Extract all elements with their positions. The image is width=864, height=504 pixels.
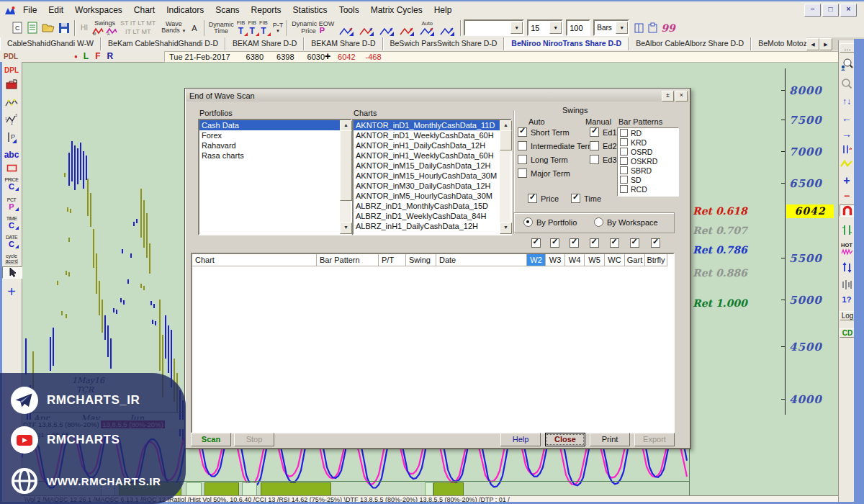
menu-item-scans[interactable]: Scans (210, 3, 245, 17)
checkbox[interactable] (518, 168, 527, 178)
checkbox[interactable] (518, 141, 527, 150)
column-header-swing[interactable]: Swing (406, 254, 436, 266)
checkbox[interactable] (528, 194, 537, 203)
price-option-checkbox[interactable]: Price (528, 194, 559, 203)
portfolio-item[interactable]: Forex (199, 130, 340, 140)
bar-pattern-item[interactable]: OSKRD (618, 156, 678, 166)
bar-pattern-item[interactable]: OSRD (618, 147, 678, 156)
hi-button[interactable]: HI (81, 24, 88, 31)
flag-r-button[interactable]: R (107, 51, 114, 61)
quotes-icon[interactable]: 99 (661, 22, 675, 34)
column-header-w4[interactable]: W4 (565, 254, 585, 266)
chevron-down-icon[interactable]: ▼ (510, 22, 523, 34)
pct-study-button[interactable]: PCTP (2, 197, 21, 211)
hot-button[interactable]: HOT (840, 242, 854, 255)
scroll-down-icon[interactable]: ▼ (340, 222, 352, 234)
portfolios-scrollbar[interactable]: ▲ ▼ (340, 120, 351, 234)
menu-item-chart[interactable]: Chart (128, 3, 161, 17)
fib-time-button-2[interactable]: FIBT (248, 19, 256, 36)
eow-zigzag-up-icon[interactable] (359, 27, 374, 36)
portfolio-item[interactable]: Rasa charts (199, 150, 340, 161)
crosshair-plus-button[interactable]: + (2, 284, 21, 300)
chart-tab-2[interactable]: BEKAM Share D-D (225, 37, 304, 50)
wave-123-icon[interactable]: 123 (2, 114, 21, 125)
eow-zigzag-peak-icon[interactable] (379, 27, 394, 36)
portfolios-listbox[interactable]: Cash DataForexRahavardRasa charts ▲ ▼ (198, 119, 352, 235)
column-header-btrfly[interactable]: Btrfly (645, 254, 667, 266)
restore-button[interactable]: □ (822, 4, 839, 17)
help-button[interactable]: Help (500, 433, 541, 446)
eow-fork-icon[interactable] (440, 27, 454, 36)
pan-left-button[interactable]: ← (840, 112, 854, 124)
compress-bars-icon[interactable] (840, 279, 854, 290)
price-axis-line[interactable] (785, 68, 786, 415)
dynamic-time-button[interactable]: Dynamic Time (209, 22, 234, 35)
pt-dropdown-button[interactable]: P-T ▼ (273, 22, 284, 33)
minimize-button[interactable]: – (804, 4, 821, 17)
checkbox[interactable] (620, 148, 628, 156)
scan-button[interactable]: Scan (191, 433, 231, 446)
workspace-doc-icon[interactable] (27, 22, 39, 34)
manual-term-1[interactable]: Ed1 (590, 127, 617, 137)
dpl-button[interactable]: DPL (2, 66, 21, 74)
auto-a-button[interactable]: A (192, 24, 197, 32)
dialog-close-icon[interactable]: × (675, 91, 688, 102)
eow-zigzag-down-icon[interactable] (339, 27, 354, 36)
checkbox[interactable] (518, 127, 527, 137)
chart-item[interactable]: AKNTOR_inH1_WeeklyCashData_60H (354, 150, 500, 161)
properties-dots-button[interactable]: … (840, 43, 855, 53)
menu-item-edit[interactable]: Edit (42, 3, 69, 17)
zoom-user-icon[interactable] (840, 58, 854, 71)
checkbox[interactable] (620, 176, 628, 184)
column-header-w3[interactable]: W3 (546, 254, 565, 266)
zigzag-highlight-icon[interactable] (840, 160, 854, 168)
scope-option-by-portfolio[interactable]: By Portfolio (523, 217, 577, 227)
log-scale-button[interactable]: Log (840, 311, 855, 320)
save-icon[interactable] (58, 22, 71, 34)
fib-time-button-3[interactable]: FIBT (259, 19, 268, 36)
magnet-button[interactable] (840, 204, 855, 217)
chevron-down-icon[interactable]: ▼ (616, 22, 628, 34)
wave-column-checkbox-wc[interactable] (610, 238, 619, 248)
price-study-button[interactable]: PRICEC (2, 177, 21, 191)
checkbox[interactable] (620, 138, 628, 146)
chart-item[interactable]: AKNTOR_inM15_HourlyCashData_30M (354, 171, 500, 181)
menu-item-file[interactable]: File (17, 3, 42, 17)
expert-toolbox-icon[interactable] (2, 79, 21, 89)
wave-bands-button[interactable]: Wave Bands ▼ (161, 21, 186, 35)
time-study-button[interactable]: TIMEC (2, 216, 21, 230)
menu-item-reports[interactable]: Reports (246, 3, 287, 17)
column-header-w2[interactable]: W2 (527, 254, 546, 266)
chart-item[interactable]: AKNTOR_inD1_MonthlyCashData_11D (354, 120, 500, 130)
bar-pattern-item[interactable]: RCD (618, 184, 678, 194)
column-header-date[interactable]: Date (436, 254, 527, 266)
flag-l-button[interactable]: L (84, 51, 89, 61)
checkbox[interactable] (620, 157, 628, 165)
checkbox[interactable] (620, 129, 628, 137)
bar-pattern-item[interactable]: SBRD (618, 166, 678, 175)
zoom-icon[interactable] (840, 78, 854, 89)
term-toggles[interactable]: ST IT LT MT IT LT MT (120, 20, 156, 35)
charts-scrollbar[interactable]: ▲ ▼ (500, 120, 510, 234)
symbol-combo[interactable]: ▼ (464, 19, 524, 36)
column-header-w5[interactable]: W5 (585, 254, 605, 266)
pivot-flag-icon[interactable]: P (2, 131, 21, 143)
cycle-accord-button[interactable]: cycleaccrd (2, 253, 21, 264)
column-header-pt[interactable]: P/T (379, 254, 406, 266)
column-header-gart[interactable]: Gart (625, 254, 645, 266)
bar-question-button[interactable]: 1? (840, 295, 854, 304)
results-table[interactable]: ChartBar PatternP/TSwingDateW2W3W4W5WCGa… (191, 253, 675, 433)
chart-item[interactable]: AKNTOR_inD1_WeeklyCashData_60H (354, 130, 500, 140)
menu-item-indicators[interactable]: Indicators (161, 3, 210, 17)
print-preview-icon[interactable] (647, 22, 658, 34)
auto-term-1[interactable]: Short Term (518, 127, 570, 137)
checkbox[interactable] (620, 185, 628, 193)
swings-tool-group[interactable]: Swings M A (92, 20, 117, 35)
portfolio-item[interactable]: Rahavard (199, 140, 340, 150)
pace-bars-icon[interactable] (840, 225, 854, 235)
chart-tab-4[interactable]: BeSwich ParsSwitch Share D-D (383, 37, 505, 50)
checkbox[interactable] (590, 127, 599, 137)
chart-item[interactable]: AKNTOR_inM15_DailyCashData_12H (354, 161, 500, 171)
scroll-down-icon[interactable]: ▼ (500, 222, 512, 234)
chart-item[interactable]: AKNTOR_inH1_DailyCashData_12H (354, 140, 500, 150)
